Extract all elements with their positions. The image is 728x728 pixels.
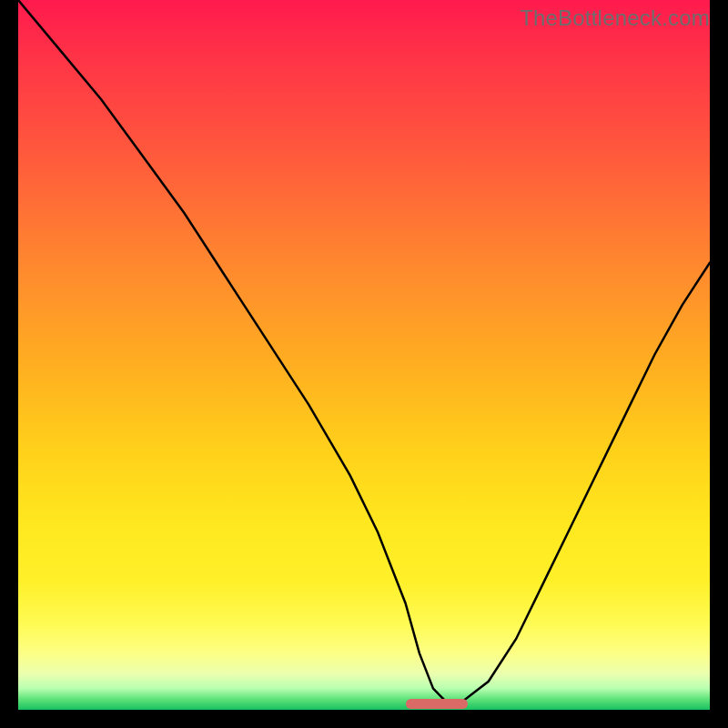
optimal-range-marker	[406, 699, 468, 709]
watermark-text: TheBottleneck.com	[520, 5, 710, 31]
bottleneck-curve	[18, 0, 710, 710]
chart-canvas: TheBottleneck.com	[0, 0, 728, 728]
bottleneck-curve-path	[18, 0, 710, 703]
plot-area	[18, 0, 710, 710]
